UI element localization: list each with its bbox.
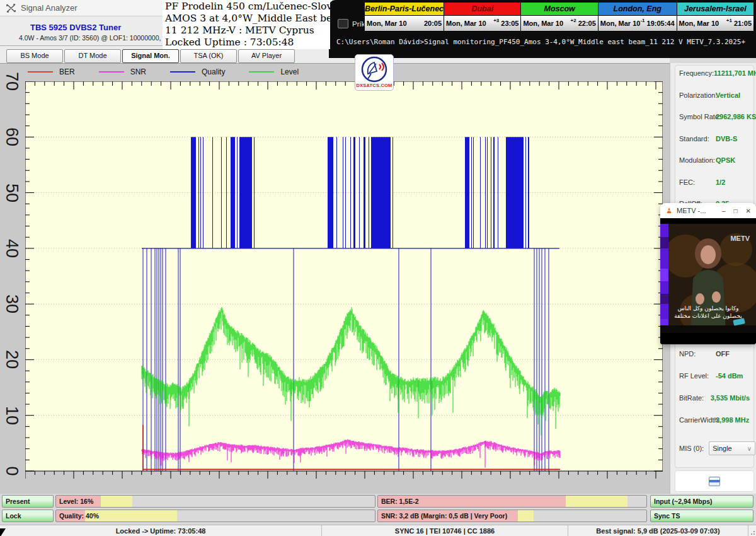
vlc-video[interactable]: METV وكانوا يحصلون وكل الناس يحصلون على … xyxy=(660,218,756,344)
save-button[interactable] xyxy=(675,470,754,492)
parameter-label: BitRate: xyxy=(679,394,711,402)
parameter-value: 2962,986 KS/s xyxy=(716,113,756,120)
caption-overlay: PF Prodelin 450 cm/Lučenec-Slovakia AMOS… xyxy=(163,0,330,49)
parameter-row: RF Level:-54 dBm xyxy=(679,372,750,380)
parameter-row: Modulation:QPSK xyxy=(679,156,750,164)
parameter-row: NPD:OFF xyxy=(679,350,750,358)
clock-date: Mon, Mar 10 xyxy=(446,20,493,27)
status-sync: SYNC 16 | TEI 10746 | CC 1886 xyxy=(322,525,568,536)
clock-time: 21:05 xyxy=(734,20,752,27)
input-indicator: Input (~2,94 Mbps) xyxy=(650,495,753,508)
clock-berlin: Berlin-Paris-Lučenec Mon, Mar 1020:05 xyxy=(364,2,444,32)
y-tick-label: 40 xyxy=(0,236,25,261)
parameter-label: FEC: xyxy=(679,178,716,186)
mis-select[interactable]: Single ∨ xyxy=(709,441,755,455)
clock-offset: +1 xyxy=(726,18,732,23)
dxsatcs-logo: DXSATCS.COM xyxy=(355,54,394,91)
snr-bar: SNR: 3,2 dB (Margin: 0,5 dB | Very Poor) xyxy=(377,510,647,522)
clock-time: 19:05:44 xyxy=(647,20,675,27)
clock-time: 22:05 xyxy=(578,20,596,27)
person-hand-left xyxy=(696,293,704,305)
clock-time: 20:05 xyxy=(424,20,442,27)
clock-city: London, Eng xyxy=(598,3,677,16)
sync-ts-indicator: Sync TS xyxy=(650,510,753,522)
caption-line-4: Locked Uptime : 73:05:48 xyxy=(165,37,328,49)
parameter-value: Vertical xyxy=(716,91,740,99)
tuner-name: TBS 5925 DVBS2 Tuner xyxy=(30,23,121,32)
vlc-titlebar[interactable]: METV -... – □ ✕ xyxy=(660,203,756,218)
parameter-row: Standard:DVB-S xyxy=(679,135,750,143)
y-tick-label: 20 xyxy=(0,347,25,372)
parameter-row: Symbol Rate:2962,986 KS/s xyxy=(679,113,750,120)
status-best-signal: Best signal: 5,9 dB (2025-03-09 07:03) xyxy=(568,525,748,536)
subtitle-line-1: وكانوا يحصلون وكل الناس xyxy=(677,305,738,312)
parameter-value: 1/2 xyxy=(716,178,725,186)
studio-scene: METV وكانوا يحصلون وكل الناس يحصلون على … xyxy=(660,224,756,333)
snr-line-swatch xyxy=(99,71,124,73)
legend-ber: BER xyxy=(28,67,75,76)
parameter-value: 3,998 MHz xyxy=(716,416,749,424)
parameter-row: FEC:1/2 xyxy=(679,178,750,186)
parameter-value: 3,535 Mbit/s xyxy=(711,394,750,402)
app-title: Signal Analyzer xyxy=(21,3,77,13)
clock-city: Moscow xyxy=(521,3,597,16)
present-indicator: Present xyxy=(2,495,54,508)
level-line-swatch xyxy=(249,71,274,73)
y-tick-label: 60 xyxy=(0,124,25,149)
parameter-value: OFF xyxy=(716,350,730,358)
signal-plot xyxy=(25,81,663,480)
clock-city: Dubai xyxy=(444,3,520,16)
clock-city: Berlin-Paris-Lučenec xyxy=(365,3,444,16)
legend-label: BER xyxy=(59,67,75,76)
person-hand-right xyxy=(712,291,721,303)
mis-value: Single xyxy=(713,445,732,452)
parameter-label: Symbol Rate: xyxy=(679,113,716,120)
signal-chart-panel: BER SNR Quality Level 010203040506070 xyxy=(0,63,670,494)
clock-date: Mon, Mar 10 xyxy=(600,20,641,27)
video-frame: METV وكانوا يحصلون وكل الناس يحصلون على … xyxy=(660,218,756,344)
parameter-label: RF Level: xyxy=(679,372,716,380)
minimize-icon[interactable]: – xyxy=(722,207,726,214)
clock-jerusalem: Jerusalem-Israel Mon, Mar 10+121:05 xyxy=(677,2,754,32)
quality-line-swatch xyxy=(170,71,195,73)
level-bar: Level: 16% xyxy=(55,495,375,508)
parameter-row: BitRate:3,535 Mbit/s xyxy=(679,394,750,402)
legend-quality: Quality xyxy=(170,67,225,76)
clock-date: Mon, Mar 10 xyxy=(679,20,726,27)
vlc-cone-icon xyxy=(665,207,673,214)
y-tick-label: 50 xyxy=(0,180,25,206)
y-tick-label: 70 xyxy=(0,69,25,94)
vlc-window[interactable]: METV -... – □ ✕ METV xyxy=(660,203,756,344)
parameter-label: Frequency: xyxy=(679,69,714,77)
subtitle-line-2: يحصلون على اعلانات مختلفة xyxy=(674,313,742,319)
caption-line-1: PF Prodelin 450 cm/Lučenec-Slovakia xyxy=(165,1,328,13)
save-icon xyxy=(709,477,720,486)
tsa-button[interactable]: TSA (OK) xyxy=(180,49,237,63)
parameter-label: CarrierWidth: xyxy=(679,416,716,424)
quality-bar: Quality: 40% xyxy=(55,510,375,522)
av-player-button[interactable]: AV Player xyxy=(238,49,295,63)
parameter-label: NPD: xyxy=(679,350,716,358)
parameter-row: Polarization:Vertical xyxy=(679,91,750,99)
signal-mon-tab[interactable]: Signal Mon. xyxy=(122,49,179,63)
status-uptime: Locked -> Uptime: 73:05:48 xyxy=(0,525,322,536)
logo-text: DXSATCS.COM xyxy=(356,83,392,88)
clock-moscow: Moscow Mon, Mar 10+222:05 xyxy=(520,2,598,32)
clock-london: London, Eng Mon, Mar 10-119:05:44 xyxy=(598,2,677,32)
bs-mode-button[interactable]: BS Mode xyxy=(6,49,63,63)
chevron-down-icon: ∨ xyxy=(747,445,752,452)
command-line-text: C:\Users\Roman Dávid>Signal monitoring_P… xyxy=(336,38,745,46)
world-clocks: Berlin-Paris-Lučenec Mon, Mar 1020:05 Du… xyxy=(364,2,753,32)
caption-line-2: AMOS 3 at 4,0°W_Middle East beam xyxy=(165,13,328,25)
resize-grip[interactable] xyxy=(748,525,756,536)
parameter-label: Standard: xyxy=(679,135,716,143)
y-tick-label: 0 xyxy=(0,458,25,484)
dt-mode-button[interactable]: DT Mode xyxy=(64,49,121,63)
mis-label: MIS (0): xyxy=(679,445,704,452)
legend-label: Quality xyxy=(202,67,225,76)
close-icon[interactable]: ✕ xyxy=(746,207,751,214)
plot-area: 010203040506070 xyxy=(25,81,663,480)
legend-snr: SNR xyxy=(99,67,146,76)
maximize-icon[interactable]: □ xyxy=(734,207,738,214)
person-torso xyxy=(690,270,726,333)
